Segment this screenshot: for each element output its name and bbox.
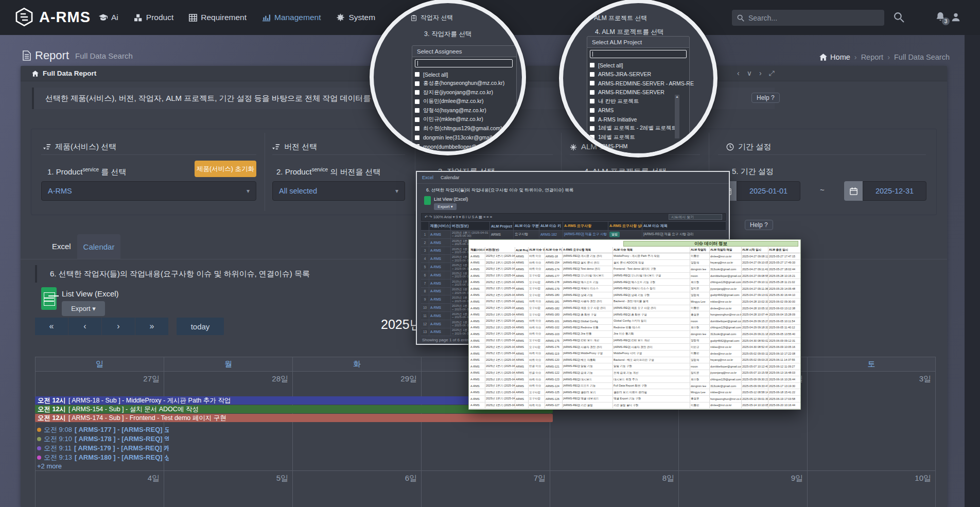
alm-filter-input[interactable] [590, 50, 687, 58]
sheet-row[interactable]: A-RMS 2025년 1분기 (2025-04-01 ~ 2025-06-30… [470, 266, 800, 273]
date-from-input[interactable]: 2025-01-01 [737, 181, 800, 201]
sheet-row[interactable]: A-RMS 2025년 1분기 (2025-04-01 ~ 2025-06-30… [470, 389, 800, 396]
sheet-row[interactable]: A-RMS 2025년 1분기 (2025-04-01 ~ 2025-06-30… [470, 253, 800, 260]
calendar-day-cell[interactable]: 5일 [164, 471, 292, 507]
checkbox[interactable] [415, 144, 419, 149]
chevron-left-icon[interactable]: ‹ [737, 69, 740, 78]
sheet-row[interactable]: A-RMS 2025년 1분기 (2025-04-01 ~ 2025-06-30… [470, 344, 800, 351]
product-select[interactable]: A-RMS▾ [41, 181, 256, 201]
export-button[interactable]: Export ▾ [62, 301, 105, 316]
menu-item-management[interactable]: Management [262, 13, 321, 22]
calendar-day-cell[interactable]: 4일 [35, 471, 164, 507]
help-button[interactable]: Help ? [751, 93, 780, 103]
calendar-last-button[interactable]: » [135, 318, 168, 335]
sheet-row[interactable]: A-RMS 2025년 1분기 (2025-04-01 ~ 2025-06-30… [470, 383, 800, 390]
date-to-input[interactable]: 2025-12-31 [863, 181, 926, 201]
menu-item-product[interactable]: Product [134, 13, 173, 22]
sheet-row[interactable]: A-RMS 2025년 1분기 (2025-04-01 ~ 2025-06-30… [470, 363, 800, 370]
chevron-down-icon[interactable]: ∨ [747, 69, 752, 78]
checkbox[interactable] [415, 108, 419, 113]
checkbox[interactable] [415, 99, 419, 104]
assignee-option[interactable]: 홍성훈(hongseonghun@mz.co.kr) [415, 79, 505, 89]
menu-item-system[interactable]: System [336, 13, 375, 22]
version-select[interactable]: All selected▾ [272, 181, 405, 201]
assignee-option[interactable]: 이민규(mklee@mz.co.kr) [415, 115, 505, 125]
sheet-row[interactable]: A-RMS 2025년 1분기 (2025-04-01 ~ 2025-06-30… [470, 351, 800, 357]
sheet-row[interactable]: A-RMS 2025년 1분기 (2025-04-01 ~ 2025-06-30… [470, 286, 800, 292]
more-events-link[interactable]: +2 more [37, 462, 62, 470]
checkbox[interactable] [415, 90, 419, 95]
chevron-right-icon[interactable]: › [759, 69, 762, 78]
sheet-row[interactable]: A-RMS 2025년 1분기 (2025-04-01 ~ 2025-06-30… [470, 318, 800, 325]
calendar-day-cell[interactable]: 6일 [292, 471, 421, 507]
sheet-row[interactable]: A-RMS 2025년 1분기 (2025-04-01 ~ 2025-06-30… [470, 357, 800, 364]
mini-table-row[interactable]: 1 A-RMS 2025년 1분기 (2025-04-01 ~ 2025-06-… [421, 231, 726, 239]
checkbox[interactable] [590, 126, 594, 131]
assignee-filter-input[interactable] [415, 59, 513, 67]
calendar-first-button[interactable]: « [35, 318, 68, 335]
sheet-row[interactable]: A-RMS 2025년 1분기 (2025-04-01 ~ 2025-06-30… [470, 338, 800, 344]
assignee-dropdown-header[interactable]: Select Assignees [412, 45, 517, 57]
menu-item-requirement[interactable]: Requirement [189, 13, 247, 22]
user-icon[interactable] [950, 11, 961, 23]
assignee-option[interactable]: 장지윤(jiyoonjang@mz.co.kr) [415, 88, 505, 97]
expand-icon[interactable]: ⤢ [769, 69, 775, 78]
checkbox[interactable] [590, 108, 594, 113]
calendar-day-cell[interactable]: 3일 [807, 372, 936, 471]
sheet-row[interactable]: A-RMS 2025년 1분기 (2025-04-01 ~ 2025-06-30… [470, 299, 800, 305]
sheet-row[interactable]: A-RMS 2025년 1분기 (2025-04-01 ~ 2025-06-30… [470, 279, 800, 286]
sheet-row[interactable]: A-RMS 2025년 1분기 (2025-04-01 ~ 2025-06-30… [470, 292, 800, 299]
sheet-row[interactable]: A-RMS 2025년 1분기 (2025-04-01 ~ 2025-06-30… [470, 331, 800, 338]
brand-logo[interactable]: A-RMS [14, 7, 91, 27]
checkbox[interactable] [415, 81, 419, 86]
sheet-row[interactable]: A-RMS 2025년 1분기 (2025-04-01 ~ 2025-06-30… [470, 273, 800, 279]
checkbox[interactable] [590, 63, 594, 67]
sheet-row[interactable]: A-RMS 2025년 1분기 (2025-04-01 ~ 2025-06-30… [470, 311, 800, 318]
assignee-option[interactable]: 양형석(hsyang@mz.co.kr) [415, 106, 505, 115]
calendar-day-cell[interactable]: 8일 [550, 471, 678, 507]
sheet-row[interactable]: A-RMS 2025년 1분기 (2025-04-01 ~ 2025-06-30… [470, 370, 800, 377]
alm-option[interactable]: ARMS-REDMINE-SERVER - ARMS-RE [590, 79, 694, 88]
help-button[interactable]: Help ? [745, 220, 773, 230]
sheet-row[interactable]: A-RMS 2025년 1분기 (2025-04-01 ~ 2025-06-30… [470, 396, 800, 403]
scrollbar[interactable]: ▲ [675, 95, 679, 138]
checkbox[interactable] [415, 126, 419, 131]
breadcrumb-home[interactable]: Home [819, 53, 850, 61]
product-reset-button[interactable]: 제품(서비스) 초기화 [195, 161, 256, 177]
checkbox[interactable] [590, 81, 594, 85]
mini-sheet-search[interactable]: 시트에서 찾기 [669, 214, 722, 220]
sheet-row[interactable]: A-RMS 2025년 1분기 (2025-04-01 ~ 2025-06-30… [470, 403, 800, 409]
calendar-icon[interactable] [844, 181, 863, 201]
search-submit-icon[interactable] [894, 12, 904, 23]
calendar-next-button[interactable]: › [102, 318, 135, 335]
calendar-day-cell[interactable]: 10일 [807, 471, 936, 507]
breadcrumb-report[interactable]: Report [861, 53, 884, 61]
checkbox[interactable] [590, 72, 594, 77]
checkbox[interactable] [415, 135, 419, 140]
mini-tab-excel[interactable]: Excel [422, 175, 433, 180]
search-input[interactable] [748, 14, 872, 22]
sheet-row[interactable]: A-RMS 2025년 1분기 (2025-04-01 ~ 2025-06-30… [470, 260, 800, 267]
alm-dropdown-header[interactable]: Select ALM Project [587, 36, 690, 48]
assignee-option[interactable]: 최수현(chltngus129@gmail.com) [415, 124, 505, 133]
calendar-day-cell[interactable]: 9일 [678, 471, 807, 507]
sheet-row[interactable]: A-RMS 2025년 1분기 (2025-04-01 ~ 2025-06-30… [470, 325, 800, 331]
assignee-option[interactable]: [Select all] [415, 70, 505, 79]
timed-event[interactable]: 오전 9:11 [ ARMS-179 ] - [ARMS-REQ] 캐릭터 [37, 444, 169, 453]
checkbox[interactable] [590, 90, 594, 95]
mini-tab-calendar[interactable]: Calendar [441, 175, 460, 180]
timed-event[interactable]: 오전 9:10 [ ARMS-178 ] - [ARMS-REQ] 엑스포 [37, 434, 169, 444]
alm-option[interactable]: [Select all] [590, 61, 694, 70]
menu-item-ai[interactable]: Ai [99, 13, 118, 22]
calendar-prev-button[interactable]: ‹ [68, 318, 101, 335]
checkbox[interactable] [590, 99, 594, 103]
calendar-day-cell[interactable]: 7일 [421, 471, 550, 507]
checkbox[interactable] [590, 135, 594, 139]
sheet-row[interactable]: A-RMS 2025년 1분기 (2025-04-01 ~ 2025-06-30… [470, 376, 800, 383]
allday-event-bar[interactable]: 오전 12시[ ARMS-174 - Sub ] - Frontend - Te… [35, 414, 553, 422]
timed-event[interactable]: 오전 9:08 [ ARMS-177 ] - [ARMS-REQ] 모니터 [37, 425, 169, 434]
checkbox[interactable] [590, 117, 594, 121]
mini-export-button[interactable]: Export ▾ [434, 203, 457, 210]
notifications-icon[interactable]: 3 [935, 11, 946, 23]
sheet-row[interactable]: A-RMS 2025년 1분기 (2025-04-01 ~ 2025-06-30… [470, 305, 800, 312]
